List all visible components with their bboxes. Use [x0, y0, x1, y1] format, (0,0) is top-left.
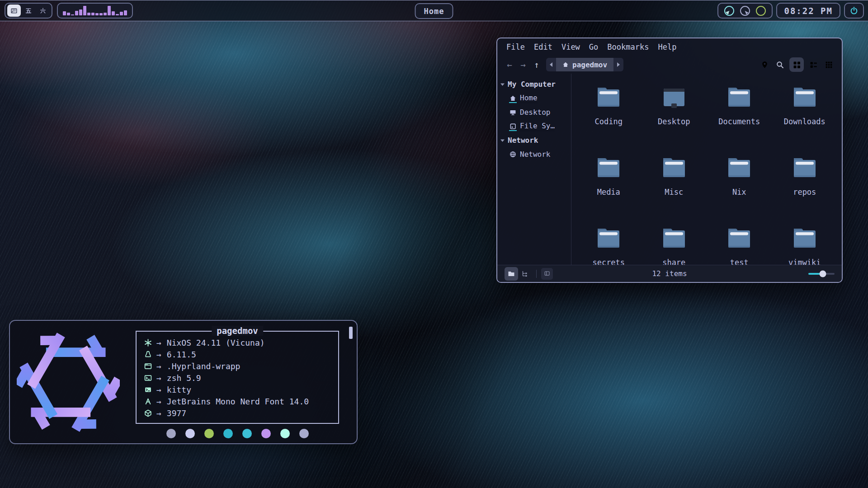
menu-go[interactable]: Go: [585, 42, 603, 52]
workspace-button-6[interactable]: [36, 5, 50, 17]
file-item-repos[interactable]: repos: [772, 151, 838, 222]
location-pin-button[interactable]: [759, 59, 770, 70]
folder-icon: [660, 153, 689, 182]
view-grid-button[interactable]: [789, 57, 804, 72]
workspace-glyph-four: [10, 7, 18, 14]
statusbar-separator: [536, 270, 537, 278]
arrow-icon: →: [156, 397, 161, 406]
desktop-icon: [509, 109, 516, 116]
file-item-secrets[interactable]: secrets: [576, 222, 642, 265]
file-manager-statusbar: 12 items: [497, 265, 842, 282]
audio-visualizer: [57, 3, 133, 19]
menu-file[interactable]: File: [502, 42, 529, 52]
view-compact-button[interactable]: [823, 59, 835, 70]
visualizer-bar: [120, 12, 123, 15]
menu-bookmarks[interactable]: Bookmarks: [603, 42, 653, 52]
file-item-share[interactable]: share: [642, 222, 707, 265]
sidebar-section-my-computer[interactable]: My Computer: [497, 77, 571, 91]
linux-icon: [144, 351, 152, 358]
palette-dot: [261, 429, 271, 438]
palette-dot: [185, 429, 195, 438]
arrow-icon: →: [156, 350, 161, 359]
arrow-icon: →: [156, 338, 161, 347]
sidebar-item-desktop[interactable]: Desktop: [497, 105, 571, 119]
file-item-test[interactable]: test: [707, 222, 772, 265]
power-button[interactable]: [844, 3, 864, 19]
sidebar-item-network[interactable]: Network: [497, 147, 571, 161]
fetch-row-packages: → 3977: [143, 407, 332, 419]
visualizer-bar: [99, 13, 103, 15]
visualizer-bar: [116, 14, 119, 15]
file-item-nix[interactable]: Nix: [707, 151, 772, 222]
menu-edit[interactable]: Edit: [529, 42, 557, 52]
up-button[interactable]: ↑: [530, 60, 543, 70]
fastfetch-frame: pagedmov → NixOS 24.11 (Vicuna) → 6.11.5…: [136, 331, 339, 424]
back-button[interactable]: ←: [503, 60, 516, 70]
palette-dot: [299, 429, 309, 438]
sidebar-item-file-system[interactable]: File Sy…: [497, 119, 571, 133]
file-label: Desktop: [658, 117, 690, 126]
fetch-row-wm: → .Hyprland-wrapp: [143, 360, 332, 372]
palette-dot: [223, 429, 233, 438]
show-folders-button[interactable]: [505, 267, 518, 281]
path-segment-home[interactable]: pagedmov: [556, 58, 613, 71]
view-grid-icon: [793, 61, 801, 69]
fetch-row-terminal: → kitty: [143, 384, 332, 395]
terminal-scrollbar-thumb[interactable]: [349, 327, 353, 339]
visualizer-bar: [79, 9, 82, 15]
folder-icon: [725, 83, 754, 112]
file-item-misc[interactable]: Misc: [642, 151, 707, 222]
workspace-button-4[interactable]: [7, 5, 21, 17]
menu-help[interactable]: Help: [653, 42, 681, 52]
kernel-value: 6.11.5: [167, 350, 196, 359]
visualizer-bar: [108, 6, 111, 15]
workspace-button-5[interactable]: [22, 5, 35, 17]
file-item-coding[interactable]: Coding: [576, 81, 642, 151]
file-label: secrets: [592, 258, 625, 265]
sidebar-item-home[interactable]: Home: [497, 91, 571, 105]
show-tree-button[interactable]: [518, 267, 532, 281]
visualizer-bar: [75, 11, 78, 15]
fastfetch-output: pagedmov → NixOS 24.11 (Vicuna) → 6.11.5…: [127, 321, 357, 443]
file-label: vimwiki: [788, 258, 821, 265]
file-item-documents[interactable]: Documents: [707, 81, 772, 151]
home-icon: [509, 95, 516, 102]
package-icon: [144, 409, 152, 417]
drive-icon: [509, 123, 516, 130]
zoom-slider[interactable]: [808, 270, 835, 277]
file-manager-toolbar: ← → ↑ pagedmov: [497, 56, 842, 74]
zoom-slider-handle[interactable]: [819, 270, 826, 277]
visualizer-bar: [91, 13, 94, 15]
power-icon: [849, 6, 859, 15]
nixos-logo: [17, 331, 120, 434]
path-scroll-left-icon[interactable]: [546, 58, 556, 71]
sidebar-item-label: Desktop: [520, 108, 550, 117]
view-list-button[interactable]: [807, 59, 819, 70]
path-bar: pagedmov: [546, 58, 623, 71]
top-status-bar: Home 08:22 PM: [0, 0, 868, 21]
visualizer-bar: [83, 6, 86, 15]
file-item-downloads[interactable]: Downloads: [772, 81, 838, 151]
active-window-title[interactable]: Home: [415, 3, 453, 19]
folder-icon: [725, 153, 754, 182]
file-item-desktop[interactable]: Desktop: [642, 81, 707, 151]
sidebar-item-label: Home: [520, 94, 538, 103]
sidebar-panel-icon: [544, 271, 550, 277]
file-label: share: [662, 258, 685, 265]
menu-view[interactable]: View: [557, 42, 585, 52]
visualizer-bar: [104, 13, 107, 15]
tree-icon: [521, 270, 528, 277]
forward-button[interactable]: →: [516, 60, 530, 70]
file-item-vimwiki[interactable]: vimwiki: [772, 222, 838, 265]
path-label: pagedmov: [572, 61, 607, 69]
visualizer-bar: [124, 10, 127, 15]
visualizer-bar: [87, 13, 90, 15]
file-item-media[interactable]: Media: [576, 151, 642, 222]
sidebar-section-label: My Computer: [508, 80, 556, 89]
sidebar-section-network[interactable]: Network: [497, 133, 571, 147]
file-label: Coding: [595, 117, 623, 126]
search-button[interactable]: [774, 59, 786, 70]
toggle-sidebar-button[interactable]: [541, 268, 553, 280]
terminal-icon: [144, 386, 152, 394]
path-scroll-right-icon[interactable]: [613, 58, 623, 71]
